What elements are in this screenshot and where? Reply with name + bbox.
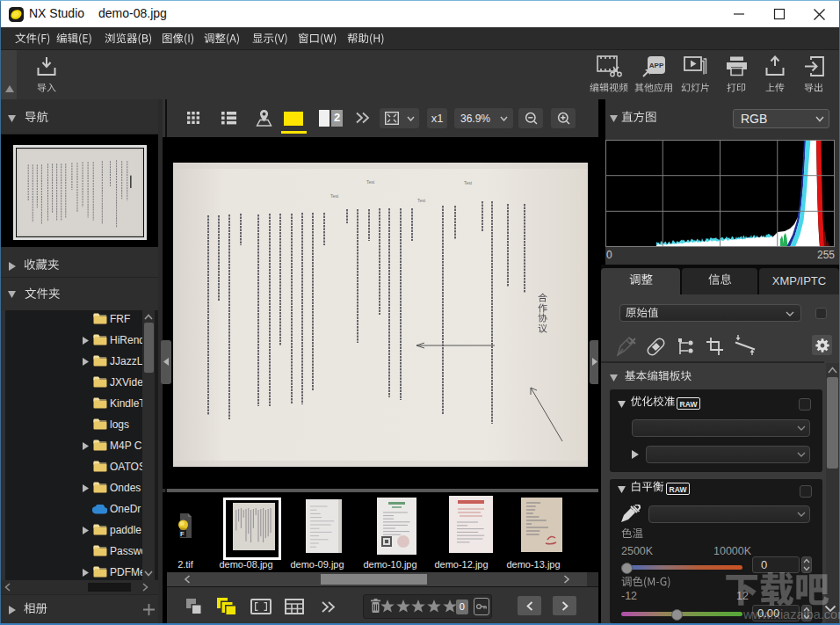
svg-text:F: F (180, 530, 185, 538)
svg-text:Test: Test (464, 180, 473, 185)
svg-text:Test: Test (366, 179, 375, 185)
svg-text:Test: Test (417, 198, 426, 203)
svg-text:APP: APP (649, 62, 664, 69)
svg-text:Test: Test (330, 193, 339, 199)
